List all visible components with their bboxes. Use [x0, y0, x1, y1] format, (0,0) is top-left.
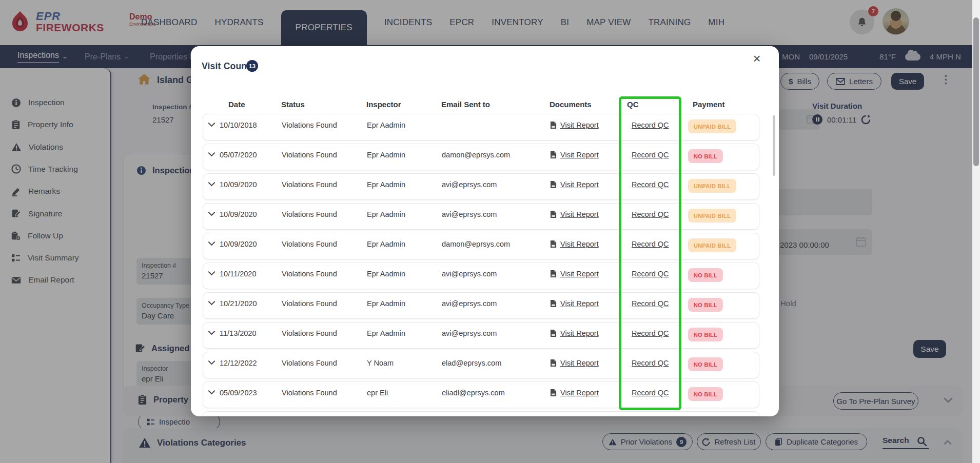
visit-status: Violations Found	[282, 210, 337, 218]
visit-status: Violations Found	[282, 389, 337, 397]
col-date: Date	[228, 100, 245, 109]
visit-report-link[interactable]: Visit Report	[560, 270, 599, 278]
col-documents: Documents	[550, 100, 592, 109]
record-qc-link[interactable]: Record QC	[632, 359, 669, 367]
pdf-file-icon	[550, 180, 557, 189]
payment-status-badge: NO BILL	[688, 357, 723, 371]
record-qc-link[interactable]: Record QC	[632, 299, 669, 308]
visit-inspector: Epr Aadmin	[367, 240, 405, 248]
visit-count-modal: Visit Count - 13 × Date Status Inspector…	[191, 46, 779, 416]
col-qc: QC	[627, 100, 639, 109]
record-qc-link[interactable]: Record QC	[632, 121, 669, 129]
record-qc-link[interactable]: Record QC	[632, 270, 669, 278]
row-expand-chevron-icon[interactable]	[208, 241, 215, 246]
visit-status: Violations Found	[282, 180, 337, 189]
visit-email: avi@eprsys.com	[442, 180, 497, 189]
row-expand-chevron-icon[interactable]	[208, 212, 215, 216]
visit-row: 10/10/2018 Violations Found Epr Aadmin V…	[203, 114, 759, 140]
visit-report-link[interactable]: Visit Report	[560, 389, 599, 397]
visit-report-link[interactable]: Visit Report	[560, 151, 599, 159]
visit-email: elad@eprsys.com	[442, 359, 501, 367]
record-qc-link[interactable]: Record QC	[632, 210, 669, 218]
col-inspector: Inspector	[366, 100, 401, 109]
visit-row: 10/09/2020 Violations Found Epr Aadmin a…	[203, 173, 759, 200]
pdf-file-icon	[550, 329, 557, 337]
payment-status-badge: NO BILL	[688, 298, 723, 312]
visit-date: 12/12/2022	[220, 359, 257, 367]
payment-status-badge: UNPAID BILL	[688, 119, 736, 133]
record-qc-link[interactable]: Record QC	[632, 389, 669, 397]
visit-report-link[interactable]: Visit Report	[560, 329, 599, 337]
visit-inspector: Epr Aadmin	[367, 151, 405, 159]
visit-row: 11/13/2020 Violations Found Epr Aadmin a…	[203, 322, 759, 349]
visit-email: avi@eprsys.com	[442, 329, 497, 337]
pdf-file-icon	[550, 359, 557, 367]
pdf-file-icon	[550, 210, 557, 218]
visit-inspector: Epr Aadmin	[367, 180, 405, 189]
visit-inspector: Epr Aadmin	[367, 329, 405, 337]
visit-report-link[interactable]: Visit Report	[560, 121, 599, 129]
visit-row: 12/12/2022 Violations Found Y Noam elad@…	[203, 352, 759, 378]
record-qc-link[interactable]: Record QC	[632, 151, 669, 159]
pdf-file-icon	[550, 240, 557, 248]
scrollbar-thumb[interactable]	[973, 17, 979, 166]
record-qc-link[interactable]: Record QC	[632, 240, 669, 248]
visit-date: 10/09/2020	[220, 240, 257, 248]
visit-date: 05/07/2020	[220, 151, 257, 159]
visit-status: Violations Found	[282, 299, 337, 308]
col-email-sent-to: Email Sent to	[441, 100, 490, 109]
visit-row: 10/21/2020 Violations Found Epr Aadmin a…	[203, 292, 759, 319]
col-payment: Payment	[693, 100, 725, 109]
visit-date: 11/13/2020	[220, 329, 257, 337]
visit-report-link[interactable]: Visit Report	[560, 299, 599, 308]
payment-status-badge: NO BILL	[688, 387, 723, 401]
row-expand-chevron-icon[interactable]	[208, 271, 215, 276]
visit-date: 10/09/2020	[220, 180, 257, 189]
visit-report-link[interactable]: Visit Report	[560, 359, 599, 367]
visit-date: 10/21/2020	[220, 299, 257, 308]
visit-email: eliadl@eprsys.com	[442, 389, 505, 397]
visit-status: Violations Found	[282, 270, 337, 278]
record-qc-link[interactable]: Record QC	[632, 329, 669, 337]
visit-inspector: Epr Aadmin	[367, 270, 405, 278]
visit-row: 05/09/2023 Violations Found epr Eli elia…	[203, 381, 759, 408]
visit-email: avi@eprsys.com	[442, 210, 497, 218]
visit-status: Violations Found	[282, 121, 337, 129]
visit-date: 10/11/2020	[220, 270, 257, 278]
visit-email: avi@eprsys.com	[442, 299, 497, 308]
row-expand-chevron-icon[interactable]	[208, 331, 215, 335]
row-expand-chevron-icon[interactable]	[208, 390, 215, 395]
visit-inspector: Epr Aadmin	[367, 210, 405, 218]
visit-inspector: epr Eli	[367, 389, 388, 397]
visit-inspector: Epr Aadmin	[367, 299, 405, 308]
visit-status: Violations Found	[282, 151, 337, 159]
visit-row: 05/07/2020 Violations Found Epr Aadmin d…	[203, 144, 759, 170]
close-icon[interactable]: ×	[748, 49, 766, 68]
visit-report-link[interactable]: Visit Report	[560, 180, 599, 189]
payment-status-badge: UNPAID BILL	[688, 238, 736, 252]
pdf-file-icon	[550, 121, 557, 129]
pdf-file-icon	[550, 389, 557, 397]
row-expand-chevron-icon[interactable]	[208, 123, 215, 127]
visit-email: avi@eprsys.com	[442, 270, 497, 278]
visit-email: damon@eprsys.com	[442, 151, 510, 159]
payment-status-badge: NO BILL	[688, 328, 723, 341]
visit-status: Violations Found	[282, 240, 337, 248]
visit-row: 10/09/2020 Violations Found Epr Aadmin a…	[203, 203, 759, 230]
row-expand-chevron-icon[interactable]	[208, 360, 215, 365]
visit-report-link[interactable]: Visit Report	[560, 240, 599, 248]
row-expand-chevron-icon[interactable]	[208, 301, 215, 306]
visit-count-badge: 13	[246, 60, 258, 72]
payment-status-badge: UNPAID BILL	[688, 209, 736, 223]
pdf-file-icon	[550, 299, 557, 308]
visit-status: Violations Found	[282, 329, 337, 337]
browser-scrollbar[interactable]	[972, 0, 980, 463]
payment-status-badge: NO BILL	[688, 268, 723, 282]
visit-report-link[interactable]: Visit Report	[560, 210, 599, 218]
modal-scrollbar[interactable]	[773, 115, 775, 176]
row-expand-chevron-icon[interactable]	[208, 182, 215, 187]
app-root: EPR FIREWORKS Demo Environment DASHBOARD…	[0, 0, 980, 463]
record-qc-link[interactable]: Record QC	[632, 180, 669, 189]
row-expand-chevron-icon[interactable]	[208, 152, 215, 157]
visit-email: damon@eprsys.com	[442, 240, 510, 248]
